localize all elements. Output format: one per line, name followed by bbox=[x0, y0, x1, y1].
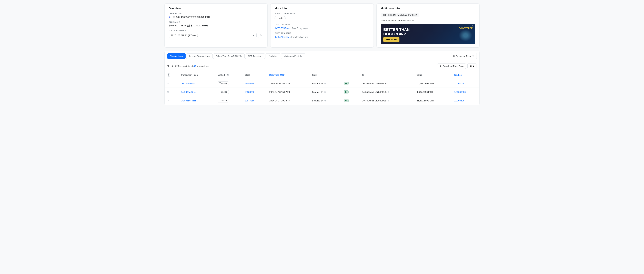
transactions-section: Transactions Internal Transactions Token… bbox=[164, 51, 480, 105]
advanced-filter-button[interactable]: ⧉ Advanced Filter ▼ bbox=[451, 53, 477, 59]
first-txn-label: FIRST TXN SENT bbox=[274, 32, 369, 34]
table-row: 👁 0x91ffde50f54... Transfer 19698484 202… bbox=[164, 79, 480, 88]
transactions-table: ? Transaction Hash Method ? Block Date T… bbox=[164, 71, 480, 105]
row-to-cell: 0x43594da5...676dEf7cB ⧉ bbox=[360, 96, 414, 105]
first-txn-hash[interactable]: 0x92c29cc465... bbox=[274, 36, 291, 38]
eye-icon[interactable]: 👁 bbox=[167, 99, 170, 102]
method-badge: Transfer bbox=[218, 90, 229, 94]
col-from: From bbox=[310, 71, 341, 79]
last-txn-label: LAST TXN SENT bbox=[274, 23, 369, 25]
multichain-card: Multichain Info $621,649,949 (Multichain… bbox=[376, 3, 480, 48]
method-hint-icon[interactable]: ? bbox=[226, 74, 229, 76]
txn-hash-link[interactable]: 0xd233fadfded... bbox=[181, 91, 197, 93]
table-toolbar: ⇅ Latest 25 from a total of 48 transacti… bbox=[164, 61, 480, 71]
filter-icon: ⧉ bbox=[453, 55, 455, 57]
advanced-filter-chevron-icon: ▼ bbox=[472, 55, 474, 57]
block-link[interactable]: 19677260 bbox=[245, 99, 254, 102]
info-circle-icon[interactable]: ? bbox=[167, 73, 170, 77]
row-eye-cell: 👁 bbox=[164, 88, 178, 96]
add-label: Add bbox=[279, 17, 283, 19]
tab-multichain-portfolio[interactable]: Multichain Portfolio bbox=[281, 53, 306, 59]
to-address: 0x43594da5...676dEf7cB bbox=[362, 82, 386, 85]
tab-transactions[interactable]: Transactions bbox=[167, 53, 186, 59]
row-to-cell: 0x43594da5...676dEf7cB ⧉ bbox=[360, 79, 414, 88]
sort-icon: ⇅ bbox=[167, 65, 169, 67]
add-tag-button[interactable]: + Add bbox=[274, 16, 286, 20]
txn-fee: 0.0003626 bbox=[454, 99, 464, 102]
ad-banner[interactable]: Ad BETTER THAN DOGECOIN? BUY NOW! DOGEVE… bbox=[381, 24, 475, 44]
row-hash-cell: 0x98ce544455f... bbox=[178, 96, 215, 105]
blockscan-link[interactable]: Blockscan ▼ bbox=[401, 19, 414, 22]
ad-cta-button[interactable]: BUY NOW! bbox=[383, 37, 400, 42]
row-to-cell: 0x43594da5...676dEf7cB ⧉ bbox=[360, 88, 414, 96]
col-hash: Transaction Hash bbox=[178, 71, 215, 79]
from-name: Binance 14 bbox=[312, 99, 323, 102]
transactions-suffix: transactions bbox=[196, 65, 208, 67]
copy-from-icon[interactable]: ⧉ bbox=[324, 91, 326, 93]
total-transactions-text: ⇅ Latest 25 from a total of 48 transacti… bbox=[167, 65, 208, 67]
tab-internal-transactions[interactable]: Internal Transactions bbox=[186, 53, 212, 59]
ad-heading-line1: BETTER THAN bbox=[383, 27, 410, 32]
token-dropdown[interactable]: $217,128,219.11 (4 Tokens) ▼ bbox=[169, 33, 256, 38]
tab-analytics[interactable]: Analytics bbox=[266, 53, 280, 59]
txn-fee: 0.00036806 bbox=[454, 91, 466, 93]
from-name: Binance 18 bbox=[312, 91, 323, 93]
chevron-down-icon: ▼ bbox=[252, 34, 254, 36]
overview-card: Overview ETH BALANCE ◈ 127,387.430766352… bbox=[164, 3, 268, 48]
copy-to-icon[interactable]: ⧉ bbox=[388, 82, 389, 85]
table-filter-icon: ▦ bbox=[470, 65, 472, 67]
overview-title: Overview bbox=[169, 7, 263, 10]
eye-icon[interactable]: 👁 bbox=[167, 82, 170, 85]
copy-address-button[interactable]: ⧉ bbox=[258, 33, 263, 38]
row-direction-cell: IN bbox=[341, 96, 360, 105]
table-filter-chevron-icon: ▼ bbox=[472, 65, 474, 67]
eth-value: $404,521,728.46 (@ $3,175.52/ETH) bbox=[169, 24, 263, 27]
method-badge: Transfer bbox=[218, 99, 229, 102]
eye-icon[interactable]: 👁 bbox=[167, 91, 170, 93]
table-row: 👁 0xd233fadfded... Transfer 19683380 202… bbox=[164, 88, 480, 96]
copy-icon: ⧉ bbox=[260, 34, 262, 37]
eth-icon: ◈ bbox=[169, 16, 170, 18]
col-datetime: Date Time (UTC) bbox=[267, 71, 310, 79]
row-method-cell: Transfer bbox=[215, 96, 242, 105]
method-badge: Transfer bbox=[218, 81, 229, 85]
row-direction-cell: IN bbox=[341, 88, 360, 96]
row-eye-cell: 👁 bbox=[164, 96, 178, 105]
more-info-card: More Info PRIVATE NAME TAGS + Add LAST T… bbox=[270, 3, 374, 48]
row-fee-cell: 0.0002069 bbox=[452, 79, 480, 88]
multichain-portfolio-badge: $621,649,949 (Multichain Portfolio) bbox=[381, 13, 419, 17]
table-filter-button[interactable]: ▦ ▼ bbox=[468, 63, 477, 69]
copy-to-icon[interactable]: ⧉ bbox=[388, 100, 389, 102]
col-direction bbox=[341, 71, 360, 79]
txn-hash-link[interactable]: 0x91ffde50f54... bbox=[181, 82, 196, 85]
tab-nft-transfers[interactable]: NFT Transfers bbox=[245, 53, 265, 59]
last-txn-hash[interactable]: 0xf78c5787eac... bbox=[274, 27, 291, 29]
last-txn-row: LAST TXN SENT 0xf78c5787eac... from 5 da… bbox=[274, 23, 369, 29]
block-link[interactable]: 19698484 bbox=[245, 82, 254, 85]
direction-badge: IN bbox=[344, 99, 348, 102]
row-from-cell: Binance 14 ⧉ bbox=[310, 96, 341, 105]
direction-badge: IN bbox=[344, 82, 348, 85]
download-label: Download Page Data bbox=[443, 65, 464, 67]
txn-fee: 0.0002069 bbox=[454, 82, 464, 85]
row-method-cell: Transfer bbox=[215, 79, 242, 88]
download-page-data-button[interactable]: ⇓ Download Page Data bbox=[437, 63, 466, 69]
ad-label: Ad bbox=[472, 25, 474, 27]
txn-hash-link[interactable]: 0x98ce544455f... bbox=[181, 99, 198, 102]
copy-from-icon[interactable]: ⧉ bbox=[324, 82, 326, 85]
multichain-title: Multichain Info bbox=[381, 7, 475, 10]
block-link[interactable]: 19683380 bbox=[245, 91, 254, 93]
eth-balance-value: 127,387.430766352832620072 ETH bbox=[172, 16, 210, 18]
private-name-tags-label: PRIVATE NAME TAGS bbox=[274, 13, 369, 15]
last-txn-time: from 5 days ago bbox=[292, 27, 308, 29]
copy-to-icon[interactable]: ⧉ bbox=[388, 91, 389, 93]
copy-from-icon[interactable]: ⧉ bbox=[324, 100, 326, 102]
table-row: 👁 0x98ce544455f... Transfer 19677260 202… bbox=[164, 96, 480, 105]
direction-badge: IN bbox=[344, 90, 348, 93]
token-holdings-value: $217,128,219.11 (4 Tokens) bbox=[171, 34, 198, 36]
toolbar-right: ⇓ Download Page Data ▦ ▼ bbox=[437, 63, 477, 69]
token-holdings-label: TOKEN HOLDINGS bbox=[169, 30, 263, 32]
transaction-count: 48 bbox=[194, 65, 196, 67]
row-from-cell: Binance 17 ⧉ bbox=[310, 79, 341, 88]
tab-token-transfers[interactable]: Token Transfers (ERC-20) bbox=[213, 53, 244, 59]
